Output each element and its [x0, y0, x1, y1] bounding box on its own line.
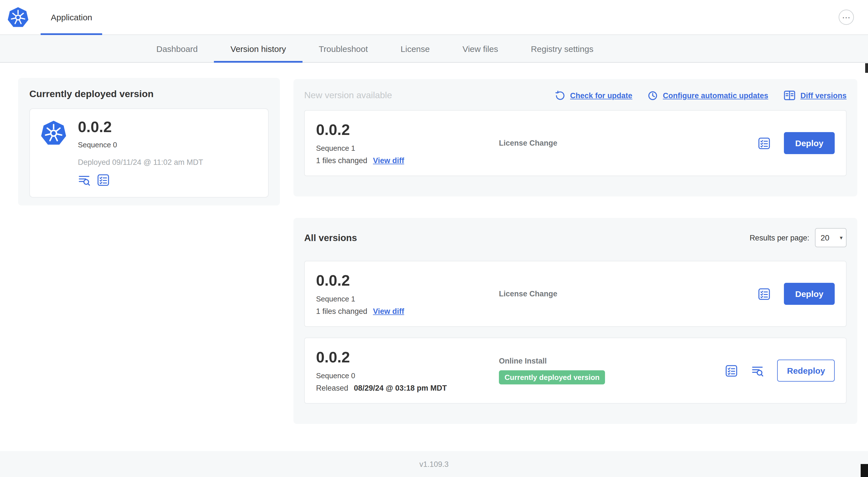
- diff-icon: [783, 89, 796, 101]
- active-tab-underline: [214, 61, 303, 63]
- all-versions-card: All versions Results per page: 20 ▾ 0.: [293, 218, 857, 424]
- current-version-number: 0.0.2: [78, 119, 203, 136]
- current-version-deployed-date: Deployed 09/11/24 @ 11:02 am MDT: [78, 158, 203, 167]
- version-source-label: License Change: [499, 139, 758, 147]
- version-sequence: Sequence 1: [316, 294, 499, 303]
- currently-deployed-panel: 0.0.2 Sequence 0 Deployed 09/11/24 @ 11:…: [29, 109, 269, 198]
- admin-console-page: Application ⋯ Dashboard Version history …: [0, 0, 868, 477]
- new-version-card: New version available Check for update C…: [293, 79, 857, 197]
- scrollbar-artifact-top: [865, 63, 868, 73]
- tab-dashboard-label: Dashboard: [156, 44, 198, 53]
- version-number: 0.0.2: [316, 349, 499, 367]
- results-per-page-select[interactable]: 20: [815, 228, 846, 247]
- configure-automatic-updates-label: Configure automatic updates: [663, 91, 768, 100]
- tab-troubleshoot[interactable]: Troubleshoot: [303, 35, 384, 62]
- new-version-header: New version available Check for update C…: [304, 89, 846, 101]
- scrollbar-artifact-bottom: [861, 464, 868, 477]
- new-version-actions: Deploy: [758, 132, 835, 154]
- new-version-title: New version available: [304, 90, 392, 100]
- check-for-update-label: Check for update: [570, 91, 632, 100]
- version-row-sequence-1: 0.0.2 Sequence 1 1 files changed View di…: [304, 261, 846, 327]
- application-tab-underline: [41, 33, 102, 35]
- version-row-actions: Deploy: [758, 283, 835, 305]
- tab-view-files[interactable]: View files: [446, 35, 515, 62]
- more-menu-button[interactable]: ⋯: [839, 9, 854, 25]
- main-content: Currently deployed version 0.0.2 Sequenc…: [0, 63, 868, 451]
- currently-deployed-badge: Currently deployed version: [499, 370, 605, 384]
- preflight-checks-icon[interactable]: [725, 364, 738, 377]
- view-diff-link[interactable]: View diff: [373, 156, 404, 165]
- current-version-details: 0.0.2 Sequence 0 Deployed 09/11/24 @ 11:…: [78, 119, 203, 186]
- clock-icon: [648, 90, 658, 101]
- version-sequence: Sequence 0: [316, 371, 499, 380]
- diff-versions-link[interactable]: Diff versions: [783, 89, 846, 101]
- deploy-logs-icon[interactable]: [751, 364, 764, 377]
- new-version-header-actions: Check for update Configure automatic upd…: [555, 89, 846, 101]
- released-line: Released 08/29/24 @ 03:18 pm MDT: [316, 384, 499, 392]
- ellipsis-icon: ⋯: [842, 12, 850, 22]
- current-version-sequence: Sequence 0: [78, 141, 203, 149]
- deploy-button[interactable]: Deploy: [784, 283, 835, 305]
- console-version-label: v1.109.3: [419, 460, 449, 468]
- tab-version-history-label: Version history: [230, 44, 286, 53]
- version-source-label: License Change: [499, 290, 758, 298]
- currently-deployed-card: Currently deployed version 0.0.2 Sequenc…: [18, 78, 280, 206]
- tab-view-files-label: View files: [463, 44, 498, 53]
- configure-automatic-updates-link[interactable]: Configure automatic updates: [648, 90, 768, 101]
- files-changed-line: 1 files changed View diff: [316, 156, 499, 165]
- app-section-nav: Dashboard Version history Troubleshoot L…: [0, 35, 868, 63]
- files-changed-text: 1 files changed: [316, 307, 367, 315]
- version-source-label: Online Install: [499, 357, 547, 365]
- redeploy-button[interactable]: Redeploy: [777, 360, 835, 382]
- tab-license[interactable]: License: [384, 35, 446, 62]
- deploy-button[interactable]: Deploy: [784, 132, 835, 154]
- application-tab-label: Application: [51, 12, 92, 22]
- tab-application[interactable]: Application: [41, 0, 102, 34]
- tab-dashboard[interactable]: Dashboard: [140, 35, 214, 62]
- version-info: 0.0.2 Sequence 1 1 files changed View di…: [316, 272, 499, 315]
- deploy-logs-icon[interactable]: [78, 174, 90, 186]
- version-row-actions: Redeploy: [725, 360, 835, 382]
- results-per-page-select-wrap: 20 ▾: [815, 228, 846, 247]
- preflight-checks-icon[interactable]: [97, 174, 110, 186]
- tab-registry-settings[interactable]: Registry settings: [515, 35, 610, 62]
- preflight-checks-icon[interactable]: [758, 137, 770, 149]
- all-versions-title: All versions: [304, 232, 357, 243]
- tab-registry-settings-label: Registry settings: [531, 44, 593, 53]
- currently-deployed-title: Currently deployed version: [29, 89, 269, 100]
- new-version-info: 0.0.2 Sequence 1 1 files changed View di…: [316, 122, 499, 165]
- version-sequence: Sequence 1: [316, 144, 499, 152]
- diff-versions-label: Diff versions: [800, 91, 846, 100]
- new-version-row: 0.0.2 Sequence 1 1 files changed View di…: [304, 110, 846, 176]
- results-per-page-label: Results per page:: [749, 233, 809, 242]
- tab-license-label: License: [401, 44, 430, 53]
- version-info: 0.0.2 Sequence 0 Released 08/29/24 @ 03:…: [316, 349, 499, 392]
- released-date: 08/29/24 @ 03:18 pm MDT: [354, 384, 447, 392]
- kubernetes-logo-icon: [7, 6, 29, 28]
- top-bar: Application ⋯: [0, 0, 868, 35]
- version-history-column: New version available Check for update C…: [293, 79, 857, 424]
- released-prefix: Released: [316, 384, 348, 392]
- version-row-sequence-0: 0.0.2 Sequence 0 Released 08/29/24 @ 03:…: [304, 337, 846, 404]
- tab-version-history[interactable]: Version history: [214, 35, 303, 62]
- files-changed-line: 1 files changed View diff: [316, 307, 499, 315]
- current-version-actions: [78, 174, 203, 186]
- files-changed-text: 1 files changed: [316, 156, 367, 165]
- version-source-block: Online Install Currently deployed versio…: [499, 357, 725, 384]
- version-number: 0.0.2: [316, 272, 499, 290]
- all-versions-header: All versions Results per page: 20 ▾: [304, 228, 846, 247]
- kubernetes-app-icon: [41, 120, 67, 146]
- results-per-page: Results per page: 20 ▾: [749, 228, 846, 247]
- version-number: 0.0.2: [316, 122, 499, 139]
- view-diff-link[interactable]: View diff: [373, 307, 404, 315]
- tab-troubleshoot-label: Troubleshoot: [319, 44, 368, 53]
- footer-bar: v1.109.3: [0, 451, 868, 477]
- preflight-checks-icon[interactable]: [758, 288, 770, 300]
- refresh-icon: [555, 90, 565, 101]
- check-for-update-link[interactable]: Check for update: [555, 90, 632, 101]
